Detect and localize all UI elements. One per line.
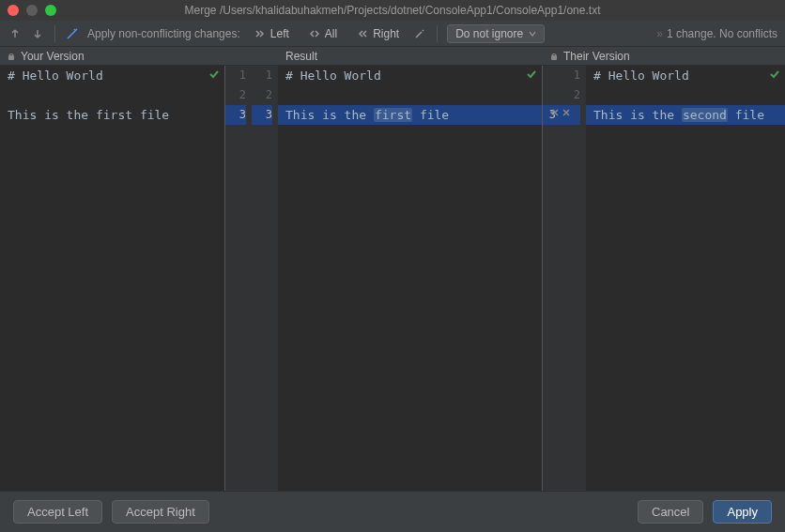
code-line: # Hello World bbox=[0, 66, 224, 85]
apply-label: Apply non-conflicting changes: bbox=[87, 27, 240, 40]
apply-right-label: Right bbox=[373, 27, 399, 40]
svg-rect-1 bbox=[551, 55, 557, 60]
left-pane-header: Your Version bbox=[0, 47, 225, 65]
right-gutter: 1 2 3 bbox=[543, 66, 586, 491]
right-pane-header: Their Version bbox=[543, 47, 785, 65]
left-editor[interactable]: # Hello World This is the first file bbox=[0, 66, 225, 491]
merge-toolbar: Apply non-conflicting changes: Left All … bbox=[0, 21, 785, 47]
double-both-icon bbox=[308, 27, 321, 40]
next-diff-icon[interactable] bbox=[30, 26, 45, 41]
gutter-line: 1 bbox=[543, 66, 580, 85]
prev-diff-icon[interactable] bbox=[8, 26, 23, 41]
ignore-whitespace-dropdown[interactable]: Do not ignore bbox=[447, 24, 545, 43]
double-left-icon bbox=[356, 27, 369, 40]
gutter-line: 3 bbox=[225, 105, 246, 125]
apply-all-button[interactable]: All bbox=[302, 25, 343, 42]
gutter-line: 1 bbox=[252, 66, 272, 85]
code-line: This is the second file bbox=[586, 105, 785, 125]
svg-rect-0 bbox=[8, 55, 14, 60]
separator bbox=[54, 25, 55, 42]
code-line: # Hello World bbox=[278, 66, 542, 85]
code-line bbox=[0, 85, 224, 105]
editor-area: # Hello World This is the first file 1 2… bbox=[0, 66, 785, 491]
gutter-line: 1 bbox=[225, 66, 246, 85]
magic-wand-icon[interactable] bbox=[65, 26, 80, 41]
pane-headers: Your Version Result Their Version bbox=[0, 47, 785, 66]
result-editor[interactable]: 1 2 3 1 2 3 # Hello World This is the fi… bbox=[225, 66, 543, 491]
code-line bbox=[278, 85, 542, 105]
gutter-line: 2 bbox=[225, 85, 246, 105]
apply-left-button[interactable]: Left bbox=[248, 25, 295, 42]
code-line bbox=[586, 85, 785, 105]
right-code: # Hello World This is the second file bbox=[586, 66, 785, 491]
code-line: This is the first file bbox=[278, 105, 542, 125]
result-gutter-right: 1 2 3 bbox=[252, 66, 278, 491]
right-pane-title: Their Version bbox=[563, 50, 630, 63]
ignore-dropdown-label: Do not ignore bbox=[455, 27, 523, 40]
left-pane-title: Your Version bbox=[21, 50, 85, 63]
code-line: # Hello World bbox=[586, 66, 785, 85]
merge-status: »1 change. No conflicts bbox=[656, 27, 777, 40]
zoom-window-icon[interactable] bbox=[45, 5, 56, 16]
mid-pane-header: Result bbox=[225, 47, 543, 65]
lock-icon bbox=[6, 51, 17, 62]
left-code: # Hello World This is the first file bbox=[0, 66, 224, 125]
raquo-icon: » bbox=[656, 27, 663, 40]
result-code: # Hello World This is the first file bbox=[278, 66, 542, 491]
result-gutter-left: 1 2 3 bbox=[225, 66, 252, 491]
apply-left-label: Left bbox=[270, 27, 289, 40]
merge-controls bbox=[546, 107, 571, 118]
lock-icon bbox=[548, 51, 560, 62]
accept-change-icon[interactable] bbox=[546, 107, 560, 118]
apply-button[interactable]: Apply bbox=[713, 500, 772, 524]
accept-right-button[interactable]: Accept Right bbox=[112, 500, 209, 524]
window-title: Merge /Users/khalidabuhakmeh/Projects/do… bbox=[8, 4, 777, 17]
separator bbox=[437, 25, 438, 42]
close-window-icon[interactable] bbox=[8, 5, 19, 16]
apply-right-button[interactable]: Right bbox=[350, 25, 405, 42]
apply-all-label: All bbox=[325, 27, 337, 40]
cancel-button[interactable]: Cancel bbox=[638, 500, 703, 524]
gutter-line: 3 bbox=[252, 105, 272, 125]
checkmark-icon bbox=[525, 68, 538, 81]
bottom-bar: Accept Left Accept Right Cancel Apply bbox=[0, 491, 785, 532]
right-editor[interactable]: 1 2 3 # Hello World This is the second f… bbox=[543, 66, 785, 491]
gutter-line: 2 bbox=[543, 85, 580, 105]
magic-resolve-icon[interactable] bbox=[412, 26, 427, 41]
code-line: This is the first file bbox=[0, 105, 224, 125]
mid-pane-title: Result bbox=[285, 50, 317, 63]
chevron-down-icon bbox=[529, 30, 536, 38]
minimize-window-icon[interactable] bbox=[26, 5, 38, 16]
window-controls bbox=[8, 5, 56, 16]
reject-change-icon[interactable] bbox=[562, 108, 571, 117]
double-right-icon bbox=[254, 27, 267, 40]
titlebar: Merge /Users/khalidabuhakmeh/Projects/do… bbox=[0, 0, 785, 21]
accept-left-button[interactable]: Accept Left bbox=[13, 500, 102, 524]
gutter-line: 2 bbox=[252, 85, 272, 105]
